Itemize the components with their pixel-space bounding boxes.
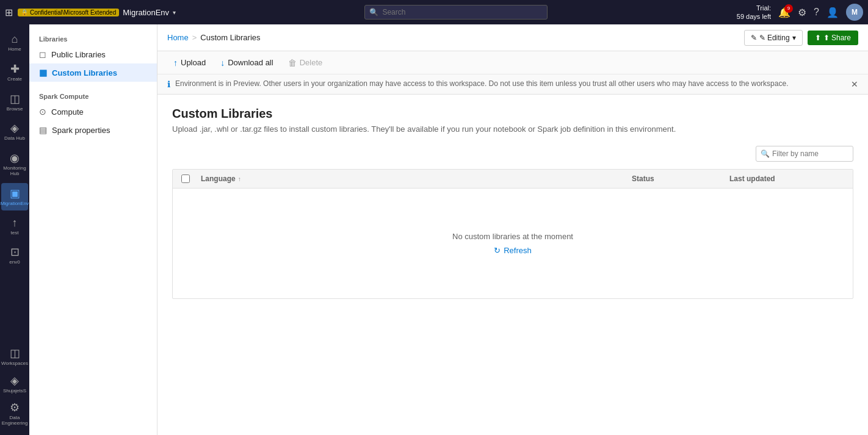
data-engineering-icon: ⚙: [10, 401, 20, 414]
warning-close-button[interactable]: ✕: [851, 79, 858, 89]
sidebar-item-data-engineering[interactable]: ⚙ Data Engineering: [1, 397, 28, 430]
trial-info: Trial: 59 days left: [737, 4, 771, 21]
workspaces-label: Workspaces: [1, 361, 28, 367]
sidebar-item-migration-env[interactable]: ▣ MigrationEnv: [1, 183, 28, 210]
header-last-updated: Last updated: [726, 170, 848, 188]
app-name-area: 🔒 Confidential\Microsoft Extended Migrat…: [18, 8, 176, 17]
search-input[interactable]: [364, 5, 548, 20]
table-container: Language ↑ Status Last updated No custom…: [172, 169, 853, 299]
table-body: No custom libraries at the moment ↻ Refr…: [173, 189, 853, 298]
last-updated-header-label: Last updated: [729, 174, 775, 183]
browse-icon: ◫: [10, 92, 20, 106]
nav-item-spark-properties[interactable]: ▤ Spark properties: [29, 121, 157, 139]
sub-action-bar: ↑ Upload ↓ Download all 🗑 Delete: [157, 51, 868, 74]
select-all-checkbox[interactable]: [181, 174, 190, 183]
delete-button[interactable]: 🗑 Delete: [282, 56, 329, 70]
env0-icon: ⊡: [10, 245, 20, 259]
lock-icon: 🔒: [21, 9, 28, 16]
user-icon[interactable]: 👤: [826, 7, 839, 18]
settings-icon[interactable]: ⚙: [798, 7, 806, 18]
env-name: MigrationEnv: [123, 8, 169, 17]
migration-env-label: MigrationEnv: [1, 201, 29, 207]
create-icon: ✚: [10, 62, 20, 76]
sidebar-item-test[interactable]: ↑ test: [1, 213, 28, 240]
left-nav: Libraries ◻ Public Libraries ▦ Custom Li…: [29, 24, 157, 435]
home-icon: ⌂: [12, 33, 18, 46]
share-label: ⬆ Share: [823, 34, 851, 42]
sidebar-item-create[interactable]: ✚ Create: [1, 59, 28, 86]
compute-icon: ⊙: [39, 107, 46, 117]
custom-libraries-icon: ▦: [39, 68, 47, 77]
share-icon: ⬆: [815, 34, 821, 42]
custom-libraries-label: Custom Libraries: [52, 68, 117, 77]
nav-item-custom-libraries[interactable]: ▦ Custom Libraries: [29, 63, 157, 82]
warning-banner: ℹ Environment is in Preview. Other users…: [157, 74, 868, 95]
notifications-button[interactable]: 🔔 9: [778, 7, 790, 18]
avatar[interactable]: M: [846, 4, 863, 21]
data-hub-label: Data Hub: [4, 136, 25, 142]
breadcrumb-home[interactable]: Home: [167, 33, 189, 42]
upload-icon: ↑: [173, 58, 178, 68]
sidebar-item-data-hub[interactable]: ◈ Data Hub: [1, 118, 28, 145]
download-icon: ↓: [220, 58, 225, 68]
action-bar-right: ✎ ✎ Editing ▾ ⬆ ⬆ Share: [744, 30, 858, 46]
public-libraries-label: Public Libraries: [51, 50, 106, 59]
badge-label: Confidential\Microsoft Extended: [30, 9, 116, 16]
shujajets-icon: ◈: [10, 374, 19, 387]
shujajets-label: ShujajetsS: [3, 389, 26, 394]
download-all-button[interactable]: ↓ Download all: [214, 56, 279, 70]
empty-message: No custom libraries at the moment: [452, 232, 573, 241]
page-description: Upload .jar, .whl or .tar.gz files to in…: [172, 124, 853, 134]
spark-props-icon: ▤: [39, 125, 47, 135]
spark-section-title: Spark Compute: [29, 89, 157, 102]
edit-pencil-icon: ✎: [751, 34, 757, 42]
refresh-button[interactable]: ↻ Refresh: [494, 246, 532, 255]
nav-item-public-libraries[interactable]: ◻ Public Libraries: [29, 45, 157, 63]
workspaces-icon: ◫: [10, 347, 20, 360]
migration-env-icon: ▣: [10, 187, 20, 200]
compute-label: Compute: [51, 107, 84, 117]
sidebar-item-env0[interactable]: ⊡ env0: [1, 242, 28, 269]
sidebar-icons: ⌂ Home ✚ Create ◫ Browse ◈ Data Hub ◉ Mo…: [0, 24, 29, 435]
browse-label: Browse: [7, 107, 23, 112]
download-label: Download all: [228, 58, 273, 67]
delete-label: Delete: [300, 58, 323, 67]
upload-button[interactable]: ↑ Upload: [167, 56, 212, 70]
sidebar-item-shujajets[interactable]: ◈ ShujajetsS: [1, 370, 28, 398]
edit-chevron-icon: ▾: [792, 34, 796, 42]
sidebar-item-browse[interactable]: ◫ Browse: [1, 88, 28, 116]
main-layout: ⌂ Home ✚ Create ◫ Browse ◈ Data Hub ◉ Mo…: [0, 24, 868, 435]
monitoring-hub-label: Monitoring Hub: [3, 166, 26, 177]
header-checkbox-cell: [178, 170, 197, 188]
notif-count: 9: [784, 4, 793, 13]
filter-input[interactable]: [756, 146, 853, 162]
sidebar-item-workspaces[interactable]: ◫ Workspaces: [1, 343, 28, 370]
share-button[interactable]: ⬆ ⬆ Share: [808, 31, 858, 45]
nav-item-compute[interactable]: ⊙ Compute: [29, 102, 157, 121]
breadcrumb-current: Custom Libraries: [200, 33, 260, 42]
sort-icon[interactable]: ↑: [238, 176, 241, 182]
breadcrumb: Home > Custom Libraries: [167, 33, 261, 42]
topbar-right: Trial: 59 days left 🔔 9 ⚙ ? 👤 M: [737, 4, 863, 21]
main-content: Home > Custom Libraries ✎ ✎ Editing ▾ ⬆ …: [157, 24, 868, 435]
create-label: Create: [7, 77, 22, 82]
filter-wrap: 🔍: [756, 146, 853, 162]
page-title: Custom Libraries: [172, 107, 853, 121]
data-hub-icon: ◈: [10, 121, 19, 135]
env-chevron-icon[interactable]: ▾: [173, 9, 176, 16]
env0-label: env0: [9, 260, 20, 265]
grid-icon[interactable]: ⊞: [5, 7, 13, 18]
warning-text: Environment is in Preview. Other users i…: [175, 79, 788, 88]
spark-props-label: Spark properties: [52, 126, 110, 135]
edit-button[interactable]: ✎ ✎ Editing ▾: [744, 30, 803, 46]
refresh-label: Refresh: [504, 246, 532, 255]
sidebar-item-home[interactable]: ⌂ Home: [1, 29, 28, 56]
public-libraries-icon: ◻: [39, 49, 46, 59]
help-icon[interactable]: ?: [814, 7, 819, 18]
test-label: test: [11, 231, 19, 236]
confidential-badge: 🔒 Confidential\Microsoft Extended: [18, 9, 119, 16]
sidebar-item-monitoring-hub[interactable]: ◉ Monitoring Hub: [1, 148, 28, 181]
test-icon: ↑: [12, 217, 18, 229]
libraries-section-title: Libraries: [29, 32, 157, 45]
trial-days: 59 days left: [737, 12, 771, 21]
